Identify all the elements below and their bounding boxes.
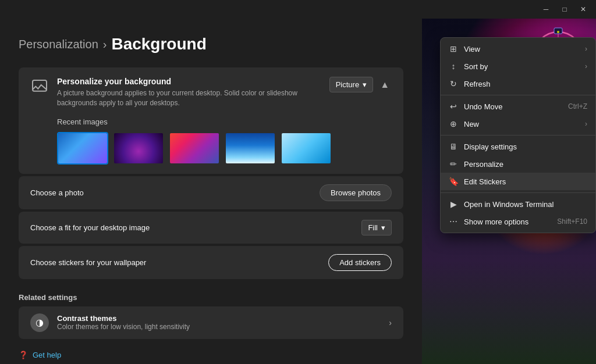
breadcrumb-parent[interactable]: Personalization: [19, 38, 98, 51]
close-button[interactable]: ✕: [575, 3, 591, 15]
svg-rect-0: [33, 80, 47, 91]
related-settings-title: Related settings: [19, 293, 403, 302]
thumbnail-1[interactable]: [57, 132, 108, 165]
menu-item-stickers-label: Edit Stickers: [464, 177, 506, 186]
menu-item-view-left: ⊞ View: [449, 44, 480, 53]
background-type-dropdown[interactable]: Picture ▾: [329, 77, 373, 92]
footer-links: ❓ Get help 💬 Give feedback: [19, 351, 403, 364]
minimize-button[interactable]: ─: [538, 3, 554, 15]
display-icon: 🖥: [449, 142, 458, 151]
thumb-img-5: [282, 133, 331, 163]
thumbnail-4[interactable]: [225, 132, 276, 165]
recent-images-label: Recent images: [57, 117, 365, 126]
menu-item-undo-left: ↩ Undo Move: [449, 102, 502, 111]
context-menu: ⊞ View › ↕ Sort by › ↻ Refresh: [440, 37, 596, 233]
menu-item-sort-label: Sort by: [464, 62, 488, 71]
thumb-img-3: [170, 133, 219, 163]
fit-dropdown[interactable]: Fill ▾: [361, 220, 392, 235]
menu-item-new-label: New: [464, 120, 479, 129]
menu-item-sort[interactable]: ↕ Sort by ›: [441, 58, 595, 75]
title-bar: ─ □ ✕: [0, 0, 596, 19]
contrast-description: Color themes for low vision, light sensi…: [57, 323, 190, 331]
thumb-img-4: [226, 133, 275, 163]
menu-item-undo[interactable]: ↩ Undo Move Ctrl+Z: [441, 98, 595, 115]
menu-item-refresh[interactable]: ↻ Refresh: [441, 75, 595, 92]
maximize-button[interactable]: □: [556, 3, 573, 15]
menu-item-terminal[interactable]: ▶ Open in Windows Terminal: [441, 195, 595, 213]
collapse-button[interactable]: ▲: [378, 77, 392, 92]
contrast-icon: ◑: [30, 313, 49, 332]
menu-item-sort-left: ↕ Sort by: [449, 62, 488, 71]
menu-item-display-left: 🖥 Display settings: [449, 142, 517, 151]
contrast-text: Contrast themes Color themes for low vis…: [57, 314, 190, 331]
terminal-icon: ▶: [449, 199, 458, 209]
choose-fit-row: Choose a fit for your desktop image Fill…: [19, 212, 403, 244]
more-shortcut: Shift+F10: [557, 217, 587, 226]
choose-photo-label: Choose a photo: [30, 188, 84, 197]
page-title: Background: [111, 35, 206, 53]
breadcrumb-separator: ›: [103, 38, 107, 51]
personalize-icon: ✏: [449, 159, 458, 169]
thumb-img-1: [58, 133, 107, 163]
menu-item-more-options[interactable]: ⋯ Show more options Shift+F10: [441, 213, 595, 230]
menu-item-personalize[interactable]: ✏ Personalize: [441, 155, 595, 173]
card-text: Personalize your background A picture ba…: [57, 77, 307, 108]
menu-item-terminal-label: Open in Windows Terminal: [464, 200, 554, 209]
menu-divider-1: [441, 95, 595, 95]
choose-photo-row: Choose a photo Browse photos: [19, 176, 403, 209]
menu-item-personalize-label: Personalize: [464, 160, 503, 169]
card-header: Personalize your background A picture ba…: [30, 77, 392, 108]
stickers-icon: 🔖: [449, 177, 458, 186]
thumb-img-2: [114, 133, 163, 163]
view-arrow-icon: ›: [585, 45, 587, 53]
card-description: A picture background applies to your cur…: [57, 88, 307, 108]
add-stickers-button[interactable]: Add stickers: [328, 254, 392, 271]
settings-panel: Personalization › Background Personalize…: [0, 19, 422, 364]
main-layout: Personalization › Background Personalize…: [0, 19, 596, 364]
recent-images-section: Recent images: [30, 117, 392, 165]
thumbnail-3[interactable]: [169, 132, 220, 165]
menu-divider-2: [441, 135, 595, 135]
menu-item-more-label: Show more options: [464, 217, 528, 226]
images-row: [57, 132, 365, 165]
chevron-right-icon: ›: [389, 318, 392, 327]
card-header-right: Picture ▾ ▲: [329, 77, 392, 92]
browse-photos-button[interactable]: Browse photos: [320, 184, 392, 201]
menu-item-refresh-left: ↻ Refresh: [449, 79, 491, 88]
more-icon: ⋯: [449, 217, 458, 226]
menu-item-terminal-left: ▶ Open in Windows Terminal: [449, 199, 554, 209]
choose-fit-label: Choose a fit for your desktop image: [30, 223, 150, 232]
card-title: Personalize your background: [57, 77, 307, 86]
stickers-label: Choose stickers for your wallpaper: [30, 258, 146, 267]
menu-item-view[interactable]: ⊞ View ›: [441, 40, 595, 58]
menu-item-display-label: Display settings: [464, 142, 517, 151]
menu-item-display[interactable]: 🖥 Display settings: [441, 138, 595, 155]
background-icon: [30, 78, 49, 97]
get-help-link[interactable]: ❓ Get help: [19, 351, 403, 359]
sort-icon: ↕: [449, 62, 458, 71]
menu-item-more-left: ⋯ Show more options: [449, 217, 528, 226]
menu-item-edit-stickers[interactable]: 🔖 Edit Stickers: [441, 173, 595, 190]
menu-item-view-label: View: [464, 45, 480, 53]
menu-item-refresh-label: Refresh: [464, 80, 491, 88]
new-arrow-icon: ›: [585, 120, 587, 128]
sort-arrow-icon: ›: [585, 62, 587, 70]
undo-shortcut: Ctrl+Z: [568, 102, 587, 110]
contrast-themes-item[interactable]: ◑ Contrast themes Color themes for low v…: [19, 306, 403, 339]
contrast-themes-left: ◑ Contrast themes Color themes for low v…: [30, 313, 190, 332]
menu-item-undo-label: Undo Move: [464, 102, 502, 111]
desktop-preview: ⊞ View › ↕ Sort by › ↻ Refresh: [422, 19, 596, 364]
undo-icon: ↩: [449, 102, 458, 111]
thumbnail-2[interactable]: [113, 132, 164, 165]
help-icon: ❓: [19, 351, 28, 359]
card-header-left: Personalize your background A picture ba…: [30, 77, 307, 108]
menu-item-new-left: ⊕ New: [449, 119, 479, 129]
menu-item-personalize-left: ✏ Personalize: [449, 159, 503, 169]
svg-point-16: [557, 31, 559, 33]
breadcrumb: Personalization › Background: [19, 35, 403, 53]
menu-item-new[interactable]: ⊕ New ›: [441, 115, 595, 133]
thumbnail-5[interactable]: [281, 132, 332, 165]
stickers-row: Choose stickers for your wallpaper Add s…: [19, 246, 403, 279]
chevron-down-icon: ▾: [363, 80, 367, 89]
view-icon: ⊞: [449, 44, 458, 53]
